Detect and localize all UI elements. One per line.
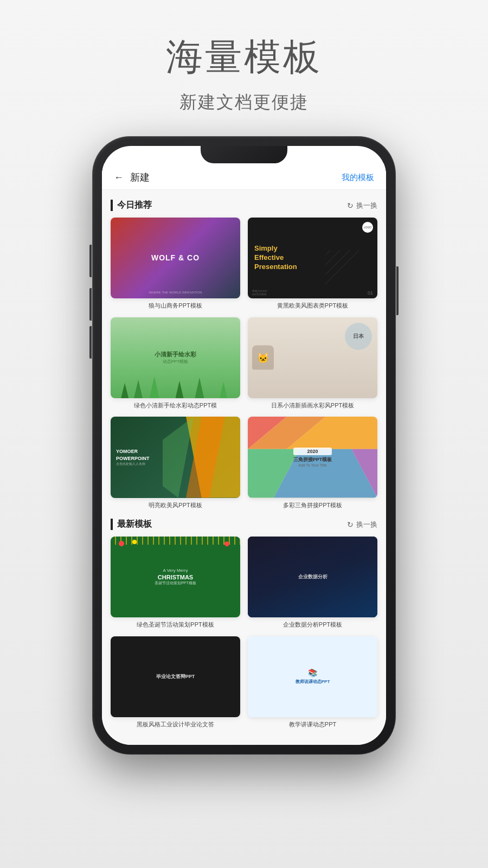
template-triangle-name: 多彩三角拼接PPT模板 (248, 501, 377, 509)
template-black-thumb[interactable]: SimplyEffectivePresentation LOGO 模板/yomo… (248, 218, 377, 298)
template-business-data-name: 企业数据分析PPT模板 (248, 621, 377, 628)
template-poly-green-name: 明亮欧美风PPT模板 (111, 501, 240, 509)
template-business-data-thumb[interactable]: 企业数据分析 (248, 537, 377, 617)
latest-section-title: 最新模板 (111, 519, 152, 530)
bb-text: 毕业论文答辩PPT (156, 673, 195, 680)
template-poly-green-thumb[interactable]: YOMOERPOWERPOINT 点击此处输入人名称 (111, 417, 240, 497)
back-icon[interactable]: ← (114, 172, 124, 183)
my-templates-button[interactable]: 我的模板 (342, 173, 374, 183)
template-black-name: 黄黑欧美风图表类PPT模板 (248, 302, 377, 309)
today-template-grid: WOLF & CO WHERE THE WORLD INNOVATION 狼与山… (111, 218, 377, 509)
xmas-big: CHRISTMAS (155, 574, 196, 580)
template-japan-thumb[interactable]: 日本 🐱 (248, 317, 377, 398)
latest-template-grid: A Very Merry CHRISTMAS 圣诞节活动策划PPT模板 (111, 537, 377, 728)
today-refresh-action[interactable]: ↻ 换一换 (347, 201, 377, 210)
template-wolf[interactable]: WOLF & CO WHERE THE WORLD INNOVATION 狼与山… (111, 218, 240, 310)
triangle-num: 2020 (293, 448, 332, 455)
template-wolf-name: 狼与山商务PPT模板 (111, 302, 240, 309)
template-japan[interactable]: 日本 🐱 日系小清新插画水彩风PPT模板 (248, 317, 377, 410)
scroll-area[interactable]: 今日推荐 ↻ 换一换 WOLF & CO (102, 190, 386, 745)
template-poly-green[interactable]: YOMOERPOWERPOINT 点击此处输入人名称 明亮欧美风PPT模板 (111, 417, 240, 509)
template-watercolor-thumb[interactable]: 小清新手绘水彩 动态PPT模板 (111, 317, 240, 398)
app-title: 新建 (130, 171, 150, 184)
template-teacher[interactable]: 📚 教师说课动态PPT 教学讲课动态PPT (248, 636, 377, 729)
page-title-area: 海量模板 新建文档更便捷 (166, 0, 322, 131)
triangle-sub: Add To Your Title (293, 463, 332, 467)
template-business-data[interactable]: 企业数据分析 企业数据分析PPT模板 (248, 537, 377, 629)
template-watercolor[interactable]: 小清新手绘水彩 动态PPT模板 绿色小清新手绘水彩动态PPT模 (111, 317, 240, 410)
wolf-subtitle: WHERE THE WORLD INNOVATION (111, 291, 240, 294)
template-christmas-thumb[interactable]: A Very Merry CHRISTMAS 圣诞节活动策划PPT模板 (111, 537, 240, 617)
template-blackboard-name: 黑板风格工业设计毕业论文答 (111, 720, 240, 728)
school-text: 📚 教师说课动态PPT (296, 668, 330, 685)
black-footer: 模板/yomoerppt培训素材 (252, 289, 267, 296)
template-wolf-thumb[interactable]: WOLF & CO WHERE THE WORLD INNOVATION (111, 218, 240, 298)
school-title: 教师说课动态PPT (296, 679, 330, 685)
template-christmas[interactable]: A Very Merry CHRISTMAS 圣诞节活动策划PPT模板 (111, 537, 240, 629)
latest-refresh-icon: ↻ (347, 520, 354, 529)
template-watercolor-name: 绿色小清新手绘水彩动态PPT模 (111, 401, 240, 409)
template-triangle[interactable]: 2020 三角拼接PPT模板 Add To Your Title 多彩三角拼接P… (248, 417, 377, 509)
page-subtitle: 新建文档更便捷 (166, 91, 322, 114)
template-japan-name: 日系小清新插画水彩风PPT模板 (248, 401, 377, 409)
top-bar: ← 新建 我的模板 (102, 163, 386, 190)
phone-notch (201, 146, 287, 163)
triangle-text: 2020 三角拼接PPT模板 Add To Your Title (293, 448, 332, 467)
template-blackboard[interactable]: 毕业论文答辩PPT 黑板风格工业设计毕业论文答 (111, 636, 240, 729)
watercolor-text: 小清新手绘水彩 动态PPT模板 (155, 350, 196, 365)
template-blackboard-thumb[interactable]: 毕业论文答辩PPT (111, 636, 240, 717)
watercolor-title: 小清新手绘水彩 (155, 350, 196, 359)
japan-circle: 日本 (345, 323, 372, 350)
black-logo: LOGO (362, 222, 373, 233)
biz-text: 企业数据分析 (298, 573, 328, 580)
template-black[interactable]: SimplyEffectivePresentation LOGO 模板/yomo… (248, 218, 377, 310)
bb-title: 毕业论文答辩PPT (156, 673, 195, 680)
xmas-sub: 圣诞节活动策划PPT模板 (155, 580, 196, 586)
template-teacher-name: 教学讲课动态PPT (248, 720, 377, 728)
phone-wrapper: ← 新建 我的模板 今日推荐 ↻ 换一换 (92, 136, 396, 755)
phone-screen: ← 新建 我的模板 今日推荐 ↻ 换一换 (102, 146, 386, 745)
watercolor-sub: 动态PPT模板 (155, 359, 196, 365)
triangle-title: 三角拼接PPT模板 (293, 456, 332, 463)
template-triangle-thumb[interactable]: 2020 三角拼接PPT模板 Add To Your Title (248, 417, 377, 497)
app-content: ← 新建 我的模板 今日推荐 ↻ 换一换 (102, 163, 386, 745)
template-teacher-thumb[interactable]: 📚 教师说课动态PPT (248, 636, 377, 717)
today-section-title: 今日推荐 (111, 200, 152, 211)
page-main-title: 海量模板 (166, 33, 322, 82)
latest-section-header: 最新模板 ↻ 换一换 (111, 519, 377, 530)
today-section-header: 今日推荐 ↻ 换一换 (111, 200, 377, 211)
top-bar-left: ← 新建 (114, 171, 150, 184)
refresh-icon: ↻ (347, 201, 354, 210)
template-christmas-name: 绿色圣诞节活动策划PPT模板 (111, 621, 240, 628)
latest-refresh-action[interactable]: ↻ 换一换 (347, 520, 377, 529)
phone-shell: ← 新建 我的模板 今日推荐 ↻ 换一换 (92, 136, 396, 755)
wolf-title: WOLF & CO (151, 253, 200, 263)
xmas-text: A Very Merry CHRISTMAS 圣诞节活动策划PPT模板 (155, 568, 196, 586)
